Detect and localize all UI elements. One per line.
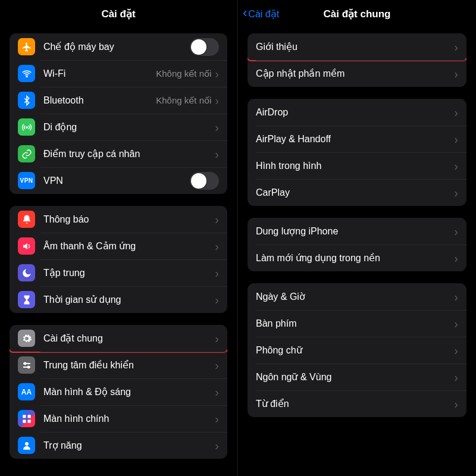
row-carplay[interactable]: CarPlay› — [248, 179, 466, 206]
airplane-icon — [18, 38, 35, 55]
link-icon — [18, 145, 35, 162]
header: ‹ Cài đặt Cài đặt chung — [238, 0, 476, 27]
chevron-right-icon: › — [215, 440, 219, 452]
page-title: Cài đặt chung — [324, 8, 391, 20]
row-label: VPN — [43, 176, 190, 186]
settings-group: Ngày & Giờ›Bàn phím›Phông chữ›Ngôn ngữ &… — [248, 283, 466, 417]
row-general[interactable]: Cài đặt chung› — [10, 325, 227, 352]
svg-rect-7 — [27, 415, 30, 418]
row-update[interactable]: Cập nhật phần mềm› — [248, 60, 466, 87]
page-title: Cài đặt — [101, 8, 135, 20]
row-label: Trợ năng — [43, 440, 215, 451]
chevron-right-icon: › — [215, 148, 219, 160]
row-control[interactable]: Trung tâm điều khiển› — [10, 352, 227, 378]
chevron-right-icon: › — [454, 371, 458, 383]
antenna-icon — [18, 118, 35, 136]
row-label: Ngày & Giờ — [256, 291, 454, 302]
speaker-icon — [18, 237, 35, 255]
chevron-right-icon: › — [454, 41, 458, 53]
row-home[interactable]: Màn hình chính› — [10, 405, 227, 432]
row-dict[interactable]: Từ điển› — [248, 390, 466, 417]
row-sounds[interactable]: Âm thanh & Cảm ứng› — [10, 233, 227, 259]
row-vpn[interactable]: VPNVPN — [10, 167, 227, 194]
row-label: Bluetooth — [43, 95, 156, 106]
chevron-right-icon: › — [454, 133, 458, 145]
svg-rect-6 — [23, 415, 26, 418]
row-hotspot[interactable]: Điểm truy cập cá nhân› — [10, 140, 227, 167]
row-label: Wi-Fi — [43, 68, 156, 79]
row-label: Tập trung — [43, 267, 215, 278]
chevron-right-icon: › — [215, 214, 219, 226]
row-label: CarPlay — [256, 187, 454, 198]
row-label: Màn hình & Độ sáng — [43, 386, 215, 397]
row-storage[interactable]: Dung lượng iPhone› — [248, 218, 466, 245]
settings-group: AirDrop›AirPlay & Handoff›Hình trong hìn… — [248, 99, 466, 206]
chevron-right-icon: › — [215, 240, 219, 252]
row-wifi[interactable]: Wi-FiKhông kết nối› — [10, 60, 227, 87]
row-label: Thông báo — [43, 214, 215, 225]
row-display[interactable]: AAMàn hình & Độ sáng› — [10, 378, 227, 405]
row-label: Thời gian sử dụng — [43, 294, 215, 305]
chevron-left-icon: ‹ — [243, 7, 247, 20]
row-about[interactable]: Giới thiệu› — [248, 33, 466, 60]
back-label: Cài đặt — [248, 8, 279, 20]
row-label: Làm mới ứng dụng trong nền — [256, 252, 454, 264]
row-airplane[interactable]: Chế độ máy bay — [10, 33, 227, 60]
row-lang[interactable]: Ngôn ngữ & Vùng› — [248, 364, 466, 390]
chevron-right-icon: › — [215, 95, 219, 107]
toggle-airplane[interactable] — [190, 38, 219, 56]
settings-group: Thông báo›Âm thanh & Cảm ứng›Tập trung›T… — [10, 206, 227, 313]
row-support[interactable]: Trợ năng› — [10, 432, 227, 459]
chevron-right-icon: › — [215, 386, 219, 398]
svg-point-1 — [26, 126, 27, 127]
row-label: Dung lượng iPhone — [256, 226, 454, 237]
chevron-right-icon: › — [215, 294, 219, 306]
chevron-right-icon: › — [215, 121, 219, 133]
chevron-right-icon: › — [454, 252, 458, 264]
chevron-right-icon: › — [454, 318, 458, 330]
chevron-right-icon: › — [454, 291, 458, 303]
chevron-right-icon: › — [215, 333, 219, 345]
gear-icon — [18, 330, 35, 347]
moon-icon — [18, 264, 35, 281]
row-detail: Không kết nối — [156, 68, 211, 79]
row-notifications[interactable]: Thông báo› — [10, 206, 227, 233]
row-pip[interactable]: Hình trong hình› — [248, 152, 466, 179]
settings-list: Chế độ máy bayWi-FiKhông kết nối›Bluetoo… — [0, 33, 237, 465]
bluetooth-icon — [18, 92, 35, 109]
row-focus[interactable]: Tập trung› — [10, 259, 227, 286]
row-label: Cài đặt chung — [43, 333, 215, 344]
settings-group: Cài đặt chung›Trung tâm điều khiển›AAMàn… — [10, 325, 227, 459]
settings-group: Chế độ máy bayWi-FiKhông kết nối›Bluetoo… — [10, 33, 227, 194]
chevron-right-icon: › — [215, 413, 219, 425]
row-label: Âm thanh & Cảm ứng — [43, 240, 215, 252]
row-label: Điểm truy cập cá nhân — [43, 148, 215, 159]
row-label: Trung tâm điều khiển — [43, 359, 215, 371]
chevron-right-icon: › — [454, 398, 458, 410]
general-list: Giới thiệu›Cập nhật phần mềm›AirDrop›Air… — [238, 33, 476, 423]
row-label: Di động — [43, 121, 215, 133]
row-fonts[interactable]: Phông chữ› — [248, 337, 466, 364]
chevron-right-icon: › — [454, 68, 458, 80]
header: Cài đặt — [0, 0, 237, 27]
row-label: Cập nhật phần mềm — [256, 68, 454, 79]
row-cellular[interactable]: Di động› — [10, 114, 227, 140]
row-airplay[interactable]: AirPlay & Handoff› — [248, 126, 466, 152]
row-screentime[interactable]: Thời gian sử dụng› — [10, 286, 227, 313]
general-settings-screen: ‹ Cài đặt Cài đặt chung Giới thiệu›Cập n… — [238, 0, 476, 476]
row-bgapp[interactable]: Làm mới ứng dụng trong nền› — [248, 245, 466, 271]
row-airdrop[interactable]: AirDrop› — [248, 99, 466, 126]
row-detail: Không kết nối — [156, 95, 211, 106]
row-label: AirDrop — [256, 107, 454, 118]
chevron-right-icon: › — [454, 187, 458, 199]
toggle-vpn[interactable] — [190, 172, 219, 190]
chevron-right-icon: › — [454, 160, 458, 172]
row-label: Bàn phím — [256, 318, 454, 329]
row-label: Giới thiệu — [256, 41, 454, 52]
row-bluetooth[interactable]: BluetoothKhông kết nối› — [10, 87, 227, 114]
chevron-right-icon: › — [454, 345, 458, 356]
chevron-right-icon: › — [215, 359, 219, 371]
row-keyboard[interactable]: Bàn phím› — [248, 310, 466, 337]
row-datetime[interactable]: Ngày & Giờ› — [248, 283, 466, 310]
back-button[interactable]: ‹ Cài đặt — [243, 0, 279, 27]
